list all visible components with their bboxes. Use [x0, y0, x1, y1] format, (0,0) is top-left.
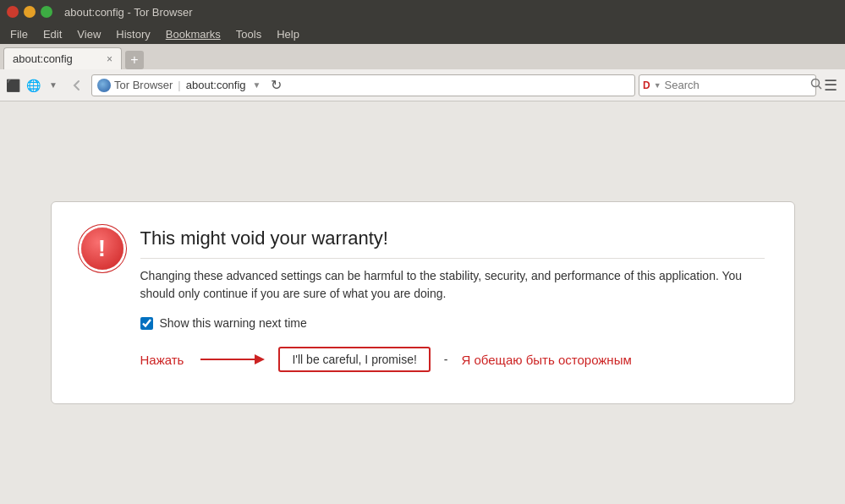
- back-button[interactable]: [66, 74, 88, 96]
- url-text: about:config: [186, 79, 246, 91]
- back-icon: [70, 79, 84, 92]
- window-title: about:config - Tor Browser: [64, 6, 193, 19]
- menu-edit[interactable]: Edit: [36, 26, 69, 42]
- menu-bookmarks[interactable]: Bookmarks: [159, 26, 228, 42]
- page-content: ! This might void your warranty! Changin…: [0, 101, 845, 504]
- menu-file[interactable]: File: [3, 26, 35, 42]
- bookmark-icon-2[interactable]: 🌐: [24, 76, 42, 95]
- url-dropdown-icon[interactable]: ▼: [253, 80, 261, 90]
- warning-card: ! This might void your warranty! Changin…: [51, 201, 795, 404]
- russian-label: Я обещаю быть осторожным: [462, 353, 632, 367]
- location-bar[interactable]: Tor Browser | about:config ▼ ↻: [91, 74, 635, 96]
- search-dropdown-icon[interactable]: ▼: [654, 81, 661, 90]
- warning-icon: !: [81, 227, 123, 270]
- warning-title: This might void your warranty!: [140, 227, 765, 259]
- new-tab-button[interactable]: +: [125, 51, 144, 69]
- svg-point-0: [811, 79, 819, 87]
- close-window-button[interactable]: [7, 6, 19, 18]
- menu-tools[interactable]: Tools: [229, 26, 268, 42]
- bookmark-dropdown[interactable]: ▼: [44, 76, 63, 95]
- tab-close-button[interactable]: ×: [107, 53, 112, 65]
- warning-title-area: This might void your warranty! Changing …: [140, 227, 765, 303]
- menu-view[interactable]: View: [70, 26, 107, 42]
- svg-marker-3: [255, 354, 265, 364]
- tabbar: about:config × +: [0, 44, 845, 69]
- active-tab[interactable]: about:config ×: [3, 47, 122, 69]
- tor-label: Tor Browser: [114, 79, 173, 91]
- warning-description: Changing these advanced settings can be …: [140, 267, 765, 303]
- show-warning-checkbox[interactable]: [140, 317, 153, 330]
- warning-actions: Нажать I'll be careful, I promise! - Я о…: [140, 347, 765, 372]
- menu-help[interactable]: Help: [270, 26, 306, 42]
- titlebar: about:config - Tor Browser: [0, 0, 845, 24]
- url-separator: |: [178, 79, 180, 91]
- navbar: ⬛ 🌐 ▼ Tor Browser | about:config ▼ ↻ D ▼…: [0, 69, 845, 101]
- menubar: File Edit View History Bookmarks Tools H…: [0, 24, 845, 44]
- click-label: Нажать: [140, 353, 184, 367]
- hamburger-menu-button[interactable]: ☰: [820, 74, 842, 96]
- search-bar: D ▼: [639, 74, 816, 96]
- warning-checkbox-row: Show this warning next time: [140, 316, 765, 330]
- show-warning-label: Show this warning next time: [160, 316, 307, 330]
- tor-globe-icon: [97, 79, 111, 92]
- refresh-button[interactable]: ↻: [266, 75, 287, 96]
- maximize-window-button[interactable]: [41, 6, 52, 18]
- menu-history[interactable]: History: [109, 26, 156, 42]
- tor-badge: Tor Browser: [97, 79, 173, 92]
- search-input[interactable]: [665, 79, 807, 91]
- warning-header: ! This might void your warranty! Changin…: [81, 227, 765, 303]
- minimize-window-button[interactable]: [24, 6, 36, 18]
- promise-button[interactable]: I'll be careful, I promise!: [278, 347, 430, 372]
- arrow-icon: [197, 349, 265, 370]
- dash-separator: -: [444, 353, 448, 366]
- tab-label: about:config: [13, 52, 73, 65]
- search-engine-icon: D: [643, 79, 650, 91]
- bookmark-icon-1[interactable]: ⬛: [3, 76, 22, 95]
- nav-bookmarks-area: ⬛ 🌐 ▼: [3, 76, 63, 95]
